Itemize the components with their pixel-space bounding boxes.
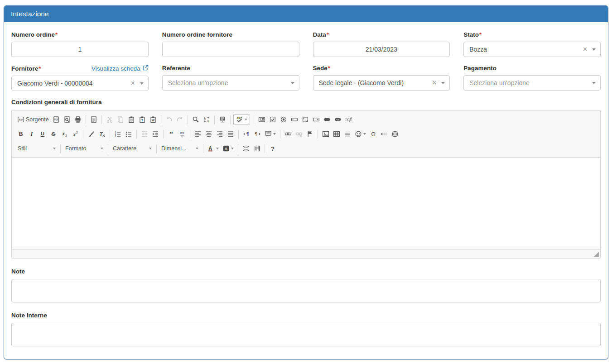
field-data: Data*	[313, 31, 450, 57]
size-combo[interactable]: Dimensi...	[159, 143, 201, 154]
align-right-button[interactable]	[215, 129, 225, 139]
find-button[interactable]	[191, 115, 201, 125]
show-blocks-button[interactable]	[252, 144, 262, 153]
remove-format-button[interactable]: T	[97, 129, 107, 139]
subscript-button[interactable]: x2	[59, 129, 69, 139]
note-textarea[interactable]	[11, 279, 601, 302]
font-combo[interactable]: Carattere	[111, 143, 154, 154]
text-color-button[interactable]: A	[206, 144, 220, 153]
source-label: Sorgente	[26, 116, 49, 123]
image-button[interactable]	[321, 129, 331, 139]
clear-icon[interactable]: ×	[583, 46, 587, 53]
resize-handle-icon[interactable]	[594, 252, 599, 257]
numero-ordine-fornitore-input[interactable]	[162, 42, 299, 57]
align-center-button[interactable]	[204, 129, 214, 139]
field-pagamento: Pagamento Seleziona un'opzione	[463, 65, 601, 91]
superscript-button[interactable]: x2	[70, 129, 80, 139]
form-button[interactable]	[257, 115, 267, 125]
svg-text:W: W	[152, 119, 155, 122]
special-char-button[interactable]: Ω	[368, 129, 378, 139]
chevron-down-icon	[363, 133, 366, 135]
div-container-button[interactable]: DIV</>	[177, 129, 187, 139]
source-button[interactable]: <>Sorgente	[16, 115, 50, 125]
paste-button[interactable]	[126, 115, 136, 125]
about-button[interactable]: ?	[268, 144, 278, 153]
toolbar-separator	[163, 130, 164, 139]
styles-combo[interactable]: Stili	[15, 143, 58, 154]
toolbar-separator	[238, 144, 238, 153]
toolbar-separator	[238, 130, 239, 139]
radio-button-button[interactable]	[279, 115, 289, 125]
hidden-field-button[interactable]	[344, 115, 354, 125]
replace-button[interactable]: ba	[202, 115, 212, 125]
note-interne-textarea[interactable]	[11, 323, 601, 346]
horizontal-rule-button[interactable]	[342, 129, 352, 139]
smiley-button[interactable]	[353, 129, 367, 139]
editor-content-area[interactable]	[12, 158, 600, 249]
text-field-button[interactable]	[289, 115, 299, 125]
anchor-button[interactable]	[305, 129, 315, 139]
chevron-down-icon	[149, 148, 152, 149]
bidi-ltr-button[interactable]: ¶	[241, 129, 251, 139]
language-button[interactable]	[263, 129, 277, 139]
panel-header: Intestazione	[4, 6, 608, 22]
field-numero-ordine: Numero ordine*	[11, 31, 149, 57]
italic-button[interactable]: I	[27, 129, 37, 139]
svg-text:¶: ¶	[255, 131, 257, 137]
svg-text:B: B	[19, 131, 23, 137]
indent-button[interactable]	[150, 129, 160, 139]
clear-icon[interactable]: ×	[432, 79, 436, 86]
export-pdf-button[interactable]: PDF	[51, 115, 61, 125]
about-icon: ?	[269, 145, 276, 152]
select-all-icon	[219, 116, 226, 123]
data-input[interactable]	[313, 42, 450, 57]
maximize-icon	[242, 145, 250, 152]
bold-button[interactable]: B	[16, 129, 26, 139]
textarea-field-button[interactable]	[300, 115, 310, 125]
iframe-button[interactable]	[390, 129, 400, 139]
clear-icon[interactable]: ×	[130, 80, 135, 87]
bulleted-list-button[interactable]	[124, 129, 134, 139]
visualizza-scheda-link[interactable]: Visualizza scheda	[92, 65, 149, 72]
templates-button[interactable]	[89, 115, 99, 125]
paste-word-button[interactable]: W	[148, 115, 158, 125]
format-combo[interactable]: Formato	[63, 143, 106, 154]
chevron-down-icon	[441, 82, 445, 84]
svg-text:x: x	[62, 131, 65, 136]
preview-button[interactable]	[62, 115, 72, 125]
maximize-button[interactable]	[241, 144, 251, 153]
checkbox-button[interactable]	[268, 115, 278, 125]
align-justify-button[interactable]	[226, 129, 236, 139]
select-all-button[interactable]	[217, 115, 227, 125]
pagamento-select[interactable]: Seleziona un'opzione	[463, 75, 601, 91]
svg-text:A: A	[225, 146, 228, 151]
bg-color-button[interactable]: A	[221, 144, 235, 153]
toolbar-separator	[280, 130, 280, 139]
table-button[interactable]	[332, 129, 342, 139]
numbered-list-button[interactable]: 123	[113, 129, 123, 139]
bidi-rtl-button[interactable]: ¶	[252, 129, 262, 139]
fornitore-label: Fornitore*	[11, 65, 41, 72]
sede-select[interactable]: Sede legale - (Giacomo Verdi) ×	[313, 75, 450, 91]
print-button[interactable]	[73, 115, 83, 125]
image-button-button[interactable]	[333, 115, 343, 125]
paste-text-button[interactable]: T	[137, 115, 147, 125]
stato-select[interactable]: Bozza ×	[463, 42, 601, 57]
link-button[interactable]	[283, 129, 293, 139]
referente-select[interactable]: Seleziona un'opzione	[162, 75, 299, 91]
fornitore-select[interactable]: Giacomo Verdi - 00000004 ×	[11, 76, 149, 91]
underline-button[interactable]: U	[38, 129, 48, 139]
select-field-button[interactable]	[311, 115, 321, 125]
page-break-button[interactable]	[379, 129, 389, 139]
align-left-button[interactable]	[193, 129, 203, 139]
select-field-icon	[313, 116, 320, 123]
strikethrough-button[interactable]: S	[48, 129, 58, 139]
copy-formatting-button[interactable]	[86, 129, 96, 139]
form-button-button[interactable]	[322, 115, 332, 125]
numero-ordine-input[interactable]	[11, 42, 149, 57]
blockquote-button[interactable]: ”	[166, 129, 176, 139]
language-icon	[265, 130, 272, 138]
outdent-icon	[141, 130, 148, 138]
align-left-icon	[194, 130, 202, 138]
spell-check-button[interactable]: ABC	[233, 114, 250, 125]
